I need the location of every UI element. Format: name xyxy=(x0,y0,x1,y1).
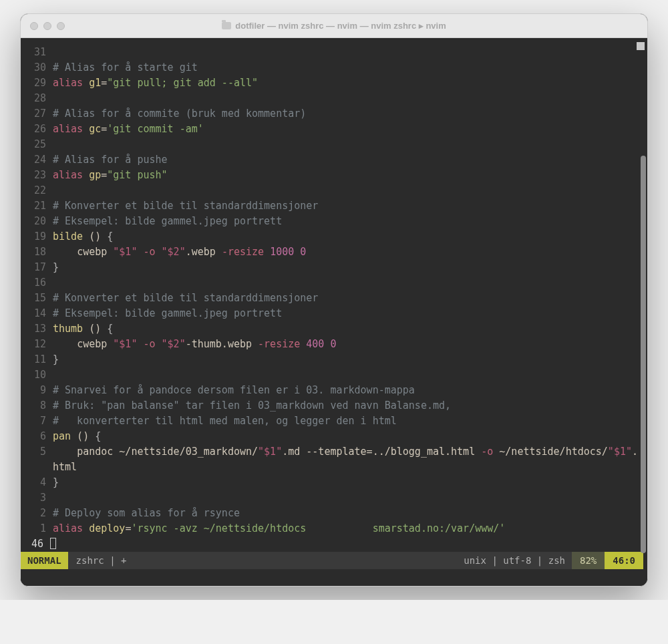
line-content[interactable]: # Konverter et bilde til standarddimensj… xyxy=(53,198,643,214)
line-content[interactable]: # Eksempel: bilde gammel.jpeg portrett xyxy=(53,306,643,321)
line-content[interactable]: alias gp="git push" xyxy=(53,168,643,183)
line-number: 4 xyxy=(23,475,53,490)
line-content[interactable]: # Snarvei for å pandoce dersom filen er … xyxy=(53,383,643,398)
line-content[interactable] xyxy=(53,91,643,106)
line-content[interactable]: # Bruk: "pan balanse" tar filen i 03_mar… xyxy=(53,398,643,414)
line-content[interactable]: # konverterter til html med malen, og le… xyxy=(53,414,643,429)
line-content[interactable]: pandoc ~/nettside/03_markdown/"$1".md --… xyxy=(53,444,643,475)
line-content[interactable]: # Alias for å pushe xyxy=(53,152,643,168)
line-content[interactable]: bilde () { xyxy=(53,229,643,245)
zoom-window-button[interactable] xyxy=(57,22,65,30)
line-number: 22 xyxy=(23,183,53,198)
line-number: 23 xyxy=(23,168,53,183)
mode-indicator: NORMAL xyxy=(21,552,68,569)
line-content[interactable]: # Alias for å commite (bruk med kommenta… xyxy=(53,106,643,122)
line-number: 30 xyxy=(23,60,53,75)
line-content[interactable] xyxy=(53,183,643,198)
line-content[interactable]: # Konverter et bilde til standarddimensj… xyxy=(53,291,643,306)
code-line[interactable]: 17} xyxy=(23,260,643,275)
code-line[interactable]: 19bilde () { xyxy=(23,229,643,245)
line-number: 16 xyxy=(23,275,53,291)
code-line[interactable]: 18 cwebp "$1" -o "$2".webp -resize 1000 … xyxy=(23,245,643,260)
line-content[interactable]: } xyxy=(53,260,643,275)
code-line[interactable]: 15# Konverter et bilde til standarddimen… xyxy=(23,291,643,306)
line-content[interactable]: alias gc='git commit -am' xyxy=(53,122,643,137)
line-number: 31 xyxy=(23,45,53,60)
line-content[interactable] xyxy=(53,490,643,506)
line-number: 7 xyxy=(23,414,53,429)
code-line[interactable]: 1alias deploy='rsync -avz ~/nettside/htd… xyxy=(23,521,643,536)
code-line[interactable]: 5 pandoc ~/nettside/03_markdown/"$1".md … xyxy=(23,444,643,475)
code-line[interactable]: 14# Eksempel: bilde gammel.jpeg portrett xyxy=(23,306,643,321)
line-content[interactable] xyxy=(53,275,643,291)
code-line[interactable]: 3 xyxy=(23,490,643,506)
line-content[interactable] xyxy=(53,137,643,152)
code-line[interactable]: 29alias g1="git pull; git add --all" xyxy=(23,75,643,91)
line-number: 14 xyxy=(23,306,53,321)
line-content[interactable]: # Eksempel: bilde gammel.jpeg portrett xyxy=(53,214,643,229)
code-line[interactable]: 16 xyxy=(23,275,643,291)
code-line[interactable]: 2# Deploy som alias for å rsynce xyxy=(23,506,643,521)
code-line[interactable]: 30# Alias for å starte git xyxy=(23,60,643,75)
code-line[interactable]: 26alias gc='git commit -am' xyxy=(23,122,643,137)
scroll-top-indicator-icon xyxy=(637,42,645,50)
line-number: 10 xyxy=(23,367,53,383)
cursor-position-indicator: 46:0 xyxy=(605,552,643,569)
line-content[interactable]: } xyxy=(53,475,643,490)
line-number: 1 xyxy=(23,521,53,536)
code-line[interactable]: 23alias gp="git push" xyxy=(23,168,643,183)
close-window-button[interactable] xyxy=(30,22,38,30)
window-title: dotfiler — nvim zshrc — nvim — nvim zshr… xyxy=(235,21,446,31)
code-line[interactable]: 22 xyxy=(23,183,643,198)
line-number: 9 xyxy=(23,383,53,398)
statusline: NORMAL zshrc | + unix | utf-8 | zsh 82% … xyxy=(21,552,643,569)
line-content[interactable]: cwebp "$1" -o "$2"-thumb.webp -resize 40… xyxy=(53,337,643,352)
cursor-line[interactable]: 46 xyxy=(21,536,643,552)
code-line[interactable]: 28 xyxy=(23,91,643,106)
line-number: 5 xyxy=(23,444,53,475)
file-info-indicator: unix | utf-8 | zsh xyxy=(457,553,572,569)
cursor xyxy=(50,538,56,549)
line-content[interactable]: cwebp "$1" -o "$2".webp -resize 1000 0 xyxy=(53,245,643,260)
line-content[interactable] xyxy=(53,367,643,383)
code-line[interactable]: 10 xyxy=(23,367,643,383)
line-content[interactable]: # Alias for å starte git xyxy=(53,60,643,75)
code-line[interactable]: 25 xyxy=(23,137,643,152)
line-content[interactable]: alias g1="git pull; git add --all" xyxy=(53,75,643,91)
line-number: 3 xyxy=(23,490,53,506)
code-line[interactable]: 12 cwebp "$1" -o "$2"-thumb.webp -resize… xyxy=(23,337,643,352)
code-line[interactable]: 20# Eksempel: bilde gammel.jpeg portrett xyxy=(23,214,643,229)
line-number: 19 xyxy=(23,229,53,245)
line-number: 20 xyxy=(23,214,53,229)
line-content[interactable]: alias deploy='rsync -avz ~/nettside/htdo… xyxy=(53,521,643,536)
scrollbar[interactable] xyxy=(639,54,646,563)
code-line[interactable]: 6pan () { xyxy=(23,429,643,444)
line-number: 25 xyxy=(23,137,53,152)
editor-area[interactable]: 3130# Alias for å starte git29alias g1="… xyxy=(21,38,647,586)
line-number: 15 xyxy=(23,291,53,306)
code-line[interactable]: 21# Konverter et bilde til standarddimen… xyxy=(23,198,643,214)
line-number: 6 xyxy=(23,429,53,444)
code-line[interactable]: 7# konverterter til html med malen, og l… xyxy=(23,414,643,429)
code-line[interactable]: 24# Alias for å pushe xyxy=(23,152,643,168)
line-content[interactable] xyxy=(53,45,643,60)
code-line[interactable]: 4} xyxy=(23,475,643,490)
code-line[interactable]: 11} xyxy=(23,352,643,367)
line-content[interactable]: thumb () { xyxy=(53,321,643,337)
code-line[interactable]: 27# Alias for å commite (bruk med kommen… xyxy=(23,106,643,122)
minimize-window-button[interactable] xyxy=(43,22,51,30)
line-content[interactable]: pan () { xyxy=(53,429,643,444)
line-number: 13 xyxy=(23,321,53,337)
titlebar: dotfiler — nvim zshrc — nvim — nvim zshr… xyxy=(21,14,647,38)
code-lines[interactable]: 3130# Alias for å starte git29alias g1="… xyxy=(21,45,643,536)
line-number: 21 xyxy=(23,198,53,214)
code-line[interactable]: 31 xyxy=(23,45,643,60)
line-content[interactable]: } xyxy=(53,352,643,367)
line-number: 27 xyxy=(23,106,53,122)
code-line[interactable]: 9# Snarvei for å pandoce dersom filen er… xyxy=(23,383,643,398)
terminal-window: dotfiler — nvim zshrc — nvim — nvim zshr… xyxy=(20,13,648,587)
scrollbar-thumb[interactable] xyxy=(641,156,646,552)
code-line[interactable]: 13thumb () { xyxy=(23,321,643,337)
line-content[interactable]: # Deploy som alias for å rsynce xyxy=(53,506,643,521)
code-line[interactable]: 8# Bruk: "pan balanse" tar filen i 03_ma… xyxy=(23,398,643,414)
